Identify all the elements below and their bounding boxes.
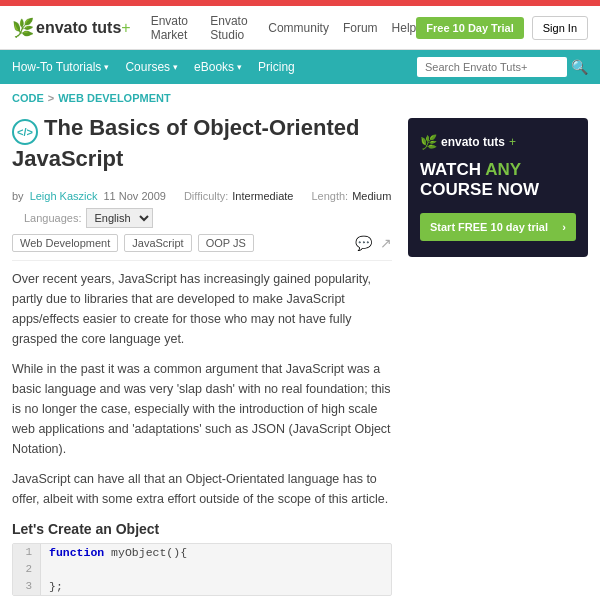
search-area: 🔍 <box>417 57 588 77</box>
nav-ebooks[interactable]: eBooks ▾ <box>194 60 242 74</box>
tag-javascript[interactable]: JavaScript <box>124 234 191 252</box>
code-line-3: 3 }; <box>13 578 391 595</box>
code-icon: </> <box>12 119 38 145</box>
nav-envato-studio[interactable]: Envato Studio <box>210 14 254 42</box>
length-label: Length: <box>311 190 348 202</box>
ad-trial-button[interactable]: Start FREE 10 day trial › <box>420 213 576 241</box>
section-heading: Let's Create an Object <box>12 521 392 537</box>
ad-btn-arrow-icon: › <box>562 221 566 233</box>
line-num-3: 3 <box>13 578 41 595</box>
article-meta: by Leigh Kaszick 11 Nov 2009 Difficulty:… <box>12 190 392 228</box>
logo-leaf-icon: 🌿 <box>12 17 34 39</box>
social-icons: 💬 ↗ <box>355 235 392 251</box>
tag-webdev[interactable]: Web Development <box>12 234 118 252</box>
ad-watch: WATCH <box>420 160 485 179</box>
nav-envato-market[interactable]: Envato Market <box>151 14 197 42</box>
ad-headline: WATCH ANY COURSE NOW <box>420 160 576 201</box>
nav-help[interactable]: Help <box>392 21 417 35</box>
search-button[interactable]: 🔍 <box>571 59 588 75</box>
paragraph-2: While in the past it was a common argume… <box>12 359 392 459</box>
length-value: Medium <box>352 190 391 202</box>
share-icon[interactable]: ↗ <box>380 235 392 251</box>
languages-label: Languages: <box>24 212 82 224</box>
code-line-1: 1 function myObject(){ <box>13 544 391 561</box>
logo-text: envato tuts <box>36 19 121 37</box>
ad-course: COURSE NOW <box>420 180 539 199</box>
ad-logo-text: envato tuts <box>441 135 505 149</box>
paragraph-1: Over recent years, JavaScript has increa… <box>12 269 392 349</box>
ad-any: ANY <box>485 160 521 179</box>
secondary-nav: How-To Tutorials ▾ Courses ▾ eBooks ▾ Pr… <box>0 50 600 84</box>
article-body: Over recent years, JavaScript has increa… <box>12 269 392 596</box>
trial-button[interactable]: Free 10 Day Trial <box>416 17 523 39</box>
breadcrumb-webdev[interactable]: WEB DEVELOPMENT <box>58 92 170 104</box>
breadcrumb-code[interactable]: CODE <box>12 92 44 104</box>
code-block: 1 function myObject(){ 2 3 }; <box>12 543 392 596</box>
ad-logo: 🌿 envato tuts + <box>420 134 576 150</box>
tutorials-arrow-icon: ▾ <box>104 62 109 72</box>
code-rest-1: myObject(){ <box>104 546 187 559</box>
article-title: The Basics of Object-Oriented JavaScript <box>12 115 359 171</box>
content-wrapper: </>The Basics of Object-Oriented JavaScr… <box>0 108 600 596</box>
ad-logo-leaf-icon: 🌿 <box>420 134 437 150</box>
signin-button[interactable]: Sign In <box>532 16 588 40</box>
code-line-2: 2 <box>13 561 391 578</box>
breadcrumb: CODE > WEB DEVELOPMENT <box>0 84 600 108</box>
keyword-function: function <box>49 546 104 559</box>
courses-arrow-icon: ▾ <box>173 62 178 72</box>
paragraph-3: JavaScript can have all that an Object-O… <box>12 469 392 509</box>
search-input[interactable] <box>417 57 567 77</box>
difficulty-value: Intermediate <box>232 190 293 202</box>
breadcrumb-separator: > <box>48 92 54 104</box>
author-link[interactable]: Leigh Kaszick <box>30 190 98 202</box>
nav-courses[interactable]: Courses ▾ <box>125 60 178 74</box>
nav-tutorials[interactable]: How-To Tutorials ▾ <box>12 60 109 74</box>
nav-pricing[interactable]: Pricing <box>258 60 295 74</box>
sidebar: 🌿 envato tuts + WATCH ANY COURSE NOW Sta… <box>408 118 588 596</box>
line-num-2: 2 <box>13 561 41 578</box>
difficulty-area: Difficulty: Intermediate <box>184 190 294 202</box>
main-nav: 🌿 envato tuts + Envato Market Envato Stu… <box>0 6 600 50</box>
ad-btn-label: Start FREE 10 day trial <box>430 221 548 233</box>
nav-links: Envato Market Envato Studio Community Fo… <box>151 14 417 42</box>
line-code-2 <box>41 561 64 578</box>
difficulty-label: Difficulty: <box>184 190 228 202</box>
languages-area: Languages: English <box>24 208 153 228</box>
ebooks-arrow-icon: ▾ <box>237 62 242 72</box>
length-area: Length: Medium <box>311 190 391 202</box>
ad-box: 🌿 envato tuts + WATCH ANY COURSE NOW Sta… <box>408 118 588 257</box>
language-select[interactable]: English <box>86 208 153 228</box>
tags-area: Web Development JavaScript OOP JS 💬 ↗ <box>12 234 392 252</box>
logo-plus: + <box>121 19 130 37</box>
article-date: 11 Nov 2009 <box>104 190 166 202</box>
line-num-1: 1 <box>13 544 41 561</box>
ad-logo-plus: + <box>509 135 516 149</box>
logo[interactable]: 🌿 envato tuts + <box>12 17 131 39</box>
line-code-1: function myObject(){ <box>41 544 195 561</box>
by-label: by <box>12 190 24 202</box>
divider <box>12 260 392 261</box>
article-title-area: </>The Basics of Object-Oriented JavaScr… <box>12 108 392 182</box>
line-code-3: }; <box>41 578 71 595</box>
tag-oopjs[interactable]: OOP JS <box>198 234 254 252</box>
comment-icon[interactable]: 💬 <box>355 235 372 251</box>
nav-community[interactable]: Community <box>268 21 329 35</box>
main-content: </>The Basics of Object-Oriented JavaScr… <box>12 108 408 596</box>
nav-forum[interactable]: Forum <box>343 21 378 35</box>
